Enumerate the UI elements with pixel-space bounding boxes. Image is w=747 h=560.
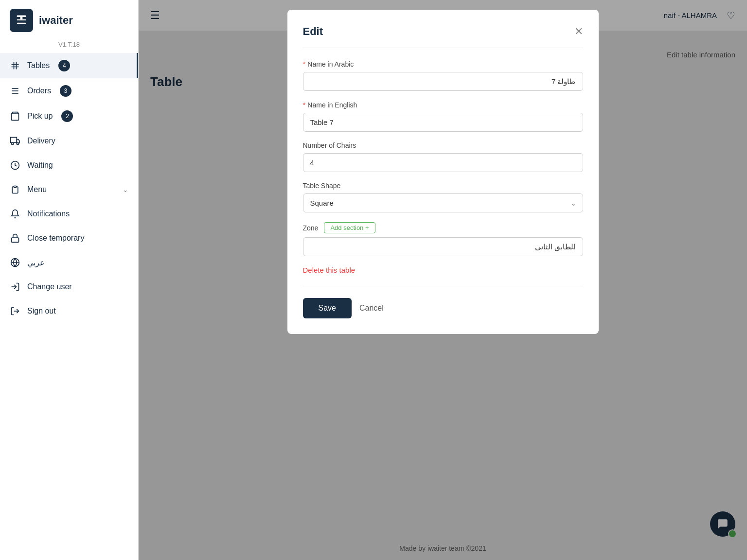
edit-modal: Edit ✕ * Name in Arabic * Name in Englis… [287, 10, 599, 334]
sidebar: iwaiter V1.T.18 Tables 4 Orders 3 [0, 0, 139, 560]
notifications-label: Notifications [27, 210, 70, 218]
menu-chevron-icon: ⌄ [123, 186, 128, 193]
notifications-icon [10, 209, 20, 219]
shape-label: Table Shape [303, 182, 583, 190]
modal-footer: Save Cancel [303, 298, 583, 318]
sign-out-label: Sign out [27, 307, 56, 315]
sidebar-item-waiting[interactable]: Waiting [0, 153, 138, 177]
tables-icon [10, 60, 20, 71]
shape-select[interactable]: Square Round Rectangle [303, 193, 583, 212]
app-version: V1.T.18 [0, 41, 138, 53]
zone-group: Zone Add section + الطابق الثاني الطابق … [303, 222, 583, 256]
sidebar-item-tables[interactable]: Tables 4 [0, 53, 138, 78]
delete-table-button[interactable]: Delete this table [303, 266, 356, 274]
orders-icon [10, 86, 20, 96]
modal-title: Edit [303, 25, 323, 38]
sign-out-icon [10, 306, 20, 316]
sidebar-item-menu[interactable]: Menu ⌄ [0, 177, 138, 202]
sidebar-item-delivery[interactable]: Delivery [0, 129, 138, 153]
svg-rect-12 [14, 186, 17, 188]
sidebar-nav: Tables 4 Orders 3 Pick up 2 [0, 53, 138, 560]
orders-badge: 3 [60, 85, 71, 97]
close-temporary-icon [10, 233, 20, 244]
name-arabic-label: * Name in Arabic [303, 60, 583, 68]
arabic-label: عربي [27, 258, 45, 267]
sidebar-item-arabic[interactable]: عربي [0, 250, 138, 275]
menu-label: Menu [27, 185, 47, 194]
zone-select[interactable]: الطابق الثاني الطابق الأول [303, 237, 583, 256]
chairs-label: Number of Chairs [303, 141, 583, 149]
svg-rect-0 [17, 16, 26, 18]
required-star: * [303, 60, 306, 68]
close-button[interactable]: ✕ [574, 26, 583, 37]
waiting-icon [10, 160, 20, 171]
chairs-input[interactable] [303, 153, 583, 172]
sidebar-item-sign-out[interactable]: Sign out [0, 299, 138, 323]
logo-area: iwaiter [0, 0, 138, 41]
pickup-icon [10, 111, 20, 122]
app-name: iwaiter [39, 14, 73, 27]
sidebar-item-pickup[interactable]: Pick up 2 [0, 104, 138, 129]
tables-label: Tables [27, 61, 50, 70]
name-arabic-group: * Name in Arabic [303, 60, 583, 91]
close-temporary-label: Close temporary [27, 234, 84, 243]
change-user-label: Change user [27, 282, 72, 291]
pickup-badge: 2 [61, 110, 73, 122]
menu-icon [10, 184, 20, 195]
svg-point-10 [17, 142, 18, 144]
zone-select-wrapper: الطابق الثاني الطابق الأول ⌄ [303, 237, 583, 256]
modal-overlay: Edit ✕ * Name in Arabic * Name in Englis… [139, 0, 747, 560]
tables-badge: 4 [58, 60, 70, 71]
add-section-button[interactable]: Add section + [324, 222, 375, 233]
change-user-icon [10, 281, 20, 292]
svg-rect-8 [11, 138, 17, 143]
svg-point-9 [12, 142, 14, 144]
chairs-group: Number of Chairs [303, 141, 583, 172]
pickup-label: Pick up [27, 112, 53, 121]
modal-divider [303, 286, 583, 286]
name-english-label: * Name in English [303, 101, 583, 109]
waiting-label: Waiting [27, 161, 53, 170]
shape-group: Table Shape Square Round Rectangle ⌄ [303, 182, 583, 212]
zone-label-row: Zone Add section + [303, 222, 583, 233]
sidebar-item-close-temporary[interactable]: Close temporary [0, 226, 138, 250]
delivery-label: Delivery [27, 137, 55, 145]
svg-rect-14 [12, 238, 19, 242]
svg-rect-3 [20, 17, 23, 19]
arabic-icon [10, 257, 20, 268]
delivery-icon [10, 136, 20, 146]
sidebar-item-notifications[interactable]: Notifications [0, 202, 138, 226]
name-arabic-input[interactable] [303, 72, 583, 91]
shape-select-wrapper: Square Round Rectangle ⌄ [303, 193, 583, 212]
name-english-group: * Name in English [303, 101, 583, 132]
main-area: ☰ naif - ALHAMRA ♡ Edit table informatio… [139, 0, 747, 560]
cancel-button[interactable]: Cancel [359, 304, 384, 313]
svg-rect-2 [17, 23, 26, 24]
sidebar-item-orders[interactable]: Orders 3 [0, 78, 138, 104]
sidebar-item-change-user[interactable]: Change user [0, 275, 138, 299]
zone-label: Zone [303, 224, 319, 232]
logo-icon [10, 9, 33, 32]
save-button[interactable]: Save [303, 298, 352, 318]
orders-label: Orders [27, 87, 51, 95]
svg-rect-1 [17, 19, 26, 20]
modal-header: Edit ✕ [303, 25, 583, 48]
required-star-en: * [303, 101, 306, 109]
name-english-input[interactable] [303, 113, 583, 132]
